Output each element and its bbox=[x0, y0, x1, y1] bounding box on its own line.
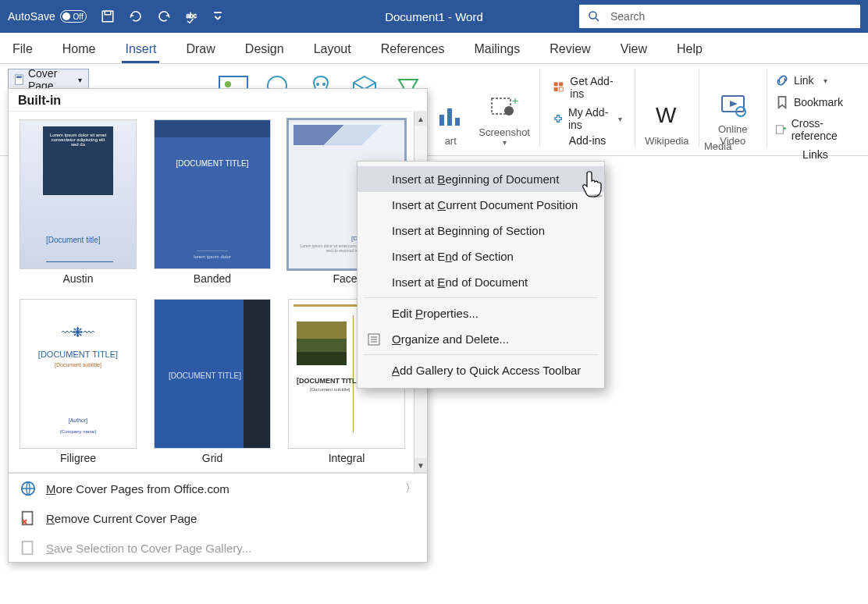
thumb-dark-block: Lorem ipsum dolor sit amet consectetur a… bbox=[43, 126, 113, 195]
addins-group-label: Add-ins bbox=[548, 134, 628, 147]
gallery-item-grid[interactable]: [DOCUMENT TITLE] Grid bbox=[154, 299, 271, 464]
separator bbox=[635, 69, 635, 147]
tab-review[interactable]: Review bbox=[546, 36, 593, 63]
save-gallery-icon bbox=[20, 539, 37, 556]
ctx-insert-current-pos[interactable]: Insert at Current Document Position bbox=[358, 192, 604, 218]
video-icon bbox=[717, 90, 749, 121]
ornament-icon: 〰❋〰 bbox=[20, 326, 136, 339]
tab-insert[interactable]: Insert bbox=[122, 36, 159, 63]
svg-text:abc: abc bbox=[186, 12, 196, 20]
bookmark-icon bbox=[775, 95, 789, 109]
gallery-item-label: Filigree bbox=[20, 452, 137, 464]
svg-text:W: W bbox=[656, 103, 677, 127]
link-label: Link bbox=[794, 74, 814, 87]
my-addins-button[interactable]: My Add-ins ▾ bbox=[548, 103, 628, 134]
redo-icon[interactable] bbox=[157, 9, 171, 23]
svg-point-8 bbox=[225, 81, 231, 87]
separator bbox=[539, 69, 540, 147]
get-addins-label: Get Add-ins bbox=[570, 75, 622, 100]
organize-icon bbox=[367, 332, 381, 346]
remove-label: emove Current Cover Page bbox=[55, 512, 197, 525]
wikipedia-label: Wikipedia bbox=[645, 135, 688, 147]
ctx-insert-beginning-doc[interactable]: Insert at Beginning of Document bbox=[358, 166, 604, 192]
spellcheck-icon[interactable]: abc bbox=[185, 9, 199, 23]
get-addins-button[interactable]: Get Add-ins bbox=[548, 72, 628, 103]
svg-point-12 bbox=[322, 83, 326, 86]
cross-reference-button[interactable]: Cross-reference bbox=[770, 114, 860, 145]
screenshot-icon: + bbox=[489, 92, 520, 123]
link-icon bbox=[775, 73, 789, 87]
bookmark-button[interactable]: Bookmark bbox=[770, 92, 860, 112]
qat-more-icon[interactable] bbox=[213, 12, 222, 21]
svg-rect-5 bbox=[16, 76, 22, 78]
quick-access-toolbar: abc bbox=[101, 9, 222, 23]
chart-partial-label: art bbox=[445, 135, 457, 147]
separator bbox=[364, 354, 598, 355]
save-selection-button: Save Selection to Cover Page Gallery... bbox=[9, 533, 427, 563]
toggle-knob bbox=[62, 12, 70, 20]
scroll-down-icon[interactable]: ▼ bbox=[414, 458, 427, 472]
ctx-insert-end-doc[interactable]: Insert at End of Document bbox=[358, 269, 604, 295]
ctx-add-to-qat[interactable]: Add Gallery to Quick Access Toolbar bbox=[358, 357, 604, 383]
tab-help[interactable]: Help bbox=[674, 36, 706, 63]
ctx-edit-properties[interactable]: Edit Properties... bbox=[358, 300, 604, 326]
thumb-title: [DOCUMENT TITLE] bbox=[20, 350, 136, 359]
thumb-title: [DOCUMENT TITLE] bbox=[297, 377, 364, 385]
tab-design[interactable]: Design bbox=[242, 36, 287, 63]
gallery-item-austin[interactable]: Lorem ipsum dolor sit amet consectetur a… bbox=[20, 119, 137, 285]
ribbon-tabs: File Home Insert Draw Design Layout Refe… bbox=[0, 33, 868, 64]
more-cover-pages-button[interactable]: More Cover Pages from Office.com 〉 bbox=[9, 474, 427, 503]
svg-rect-0 bbox=[102, 11, 113, 22]
svg-point-3 bbox=[589, 12, 596, 19]
globe-icon bbox=[20, 480, 37, 497]
scroll-up-icon[interactable]: ▲ bbox=[414, 112, 427, 126]
ctx-insert-beginning-section[interactable]: Insert at Beginning of Section bbox=[358, 218, 604, 243]
chevron-right-icon: 〉 bbox=[405, 481, 416, 496]
search-box[interactable]: Search bbox=[579, 5, 860, 28]
remove-cover-page-button[interactable]: Remove Current Cover Page bbox=[9, 503, 427, 533]
tab-file[interactable]: File bbox=[9, 36, 36, 63]
wikipedia-button[interactable]: W Wikipedia bbox=[639, 69, 695, 147]
svg-rect-26 bbox=[776, 126, 783, 133]
thumb-title: [DOCUMENT TITLE] bbox=[155, 159, 270, 168]
screenshot-label: Screenshot bbox=[478, 126, 530, 138]
ctx-organize-delete[interactable]: Organize and Delete... bbox=[358, 326, 604, 352]
gallery-item-label: Integral bbox=[288, 452, 405, 464]
tab-references[interactable]: References bbox=[378, 36, 448, 63]
crossref-label: Cross-reference bbox=[792, 117, 856, 142]
page-icon bbox=[15, 74, 23, 85]
toggle-state: Off bbox=[73, 12, 84, 21]
autosave-toggle[interactable]: AutoSave Off bbox=[8, 10, 87, 23]
search-placeholder: Search bbox=[610, 10, 645, 23]
tab-view[interactable]: View bbox=[617, 36, 650, 63]
tab-home[interactable]: Home bbox=[59, 36, 99, 63]
screenshot-button[interactable]: + Screenshot ▾ bbox=[472, 69, 536, 147]
svg-rect-29 bbox=[23, 542, 33, 555]
ctx-insert-end-section[interactable]: Insert at End of Section bbox=[358, 243, 604, 269]
chevron-down-icon: ▾ bbox=[618, 115, 622, 123]
tab-draw[interactable]: Draw bbox=[183, 36, 218, 63]
separator bbox=[699, 69, 699, 147]
gallery-section-title: Built-in bbox=[9, 89, 427, 112]
svg-rect-20 bbox=[559, 82, 563, 86]
document-title: Document1 - Word bbox=[385, 10, 483, 23]
gallery-footer: More Cover Pages from Office.com 〉 Remov… bbox=[9, 472, 427, 563]
tab-mailings[interactable]: Mailings bbox=[471, 36, 524, 63]
svg-point-11 bbox=[316, 83, 319, 86]
tab-layout[interactable]: Layout bbox=[311, 36, 354, 63]
svg-rect-14 bbox=[447, 108, 452, 126]
save-icon[interactable] bbox=[101, 9, 115, 23]
gallery-item-filigree[interactable]: 〰❋〰 [DOCUMENT TITLE] [Document subtitle]… bbox=[20, 299, 137, 464]
chart-button[interactable]: art bbox=[429, 69, 472, 147]
svg-rect-21 bbox=[553, 87, 557, 91]
undo-icon[interactable] bbox=[129, 9, 143, 23]
toggle-switch[interactable]: Off bbox=[60, 10, 87, 23]
link-button[interactable]: Link ▾ bbox=[770, 70, 860, 91]
cover-page-button[interactable]: Cover Page ▾ bbox=[8, 69, 89, 91]
gallery-item-banded[interactable]: [DOCUMENT TITLE] lorem ipsum dolor Bande… bbox=[154, 119, 271, 285]
online-video-button[interactable]: Online Video bbox=[702, 69, 763, 147]
addins-icon bbox=[553, 112, 564, 126]
svg-rect-1 bbox=[105, 11, 111, 15]
svg-point-17 bbox=[504, 106, 514, 115]
svg-rect-15 bbox=[455, 118, 460, 126]
